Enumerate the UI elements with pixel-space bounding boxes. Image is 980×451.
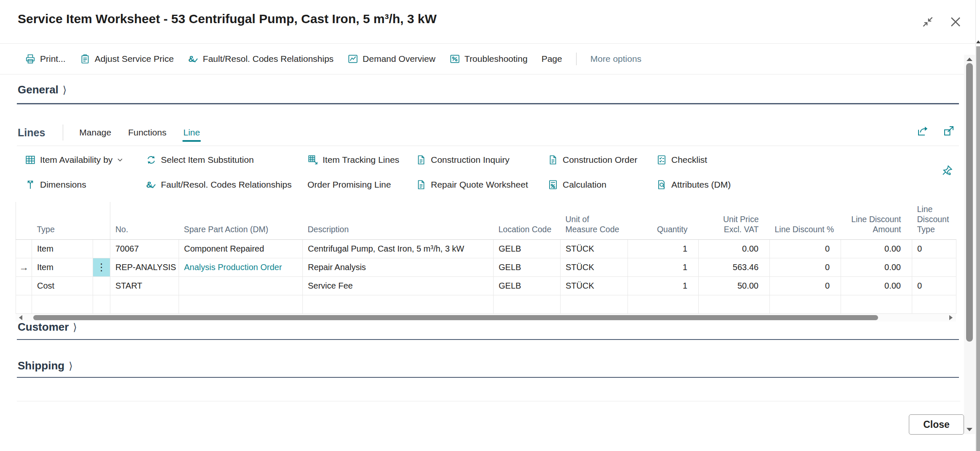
scroll-down-arrow[interactable] xyxy=(967,428,972,431)
vertical-scrollbar-thumb[interactable] xyxy=(966,63,973,342)
cell-line-discount-type[interactable] xyxy=(912,295,956,314)
cell-unit-price[interactable]: 0.00 xyxy=(699,240,770,258)
column-header-type[interactable]: Type xyxy=(32,202,93,240)
column-header-no[interactable]: No. xyxy=(110,202,179,240)
row-marker-cell[interactable] xyxy=(16,277,32,295)
cell-location-code[interactable]: GELB xyxy=(494,277,561,295)
cell-line-discount-amount[interactable]: 0.00 xyxy=(841,240,912,258)
cell-unit-price[interactable]: 50.00 xyxy=(699,277,770,295)
column-header-quantity[interactable]: Quantity xyxy=(628,202,699,240)
item-availability-by-button[interactable]: Item Availability by xyxy=(25,151,123,169)
cell-line-discount-pct[interactable]: 0 xyxy=(770,258,841,277)
cell-unit-price[interactable]: 563.46 xyxy=(699,258,770,277)
cell-type[interactable]: Item xyxy=(32,240,93,258)
cell-no[interactable] xyxy=(110,295,179,314)
cell-line-discount-amount[interactable]: 0.00 xyxy=(841,258,912,277)
cell-quantity[interactable]: 1 xyxy=(628,240,699,258)
horizontal-scrollbar-thumb[interactable] xyxy=(33,315,878,320)
scroll-left-arrow[interactable] xyxy=(19,315,22,320)
cell-unit-of-measure-code[interactable]: STÜCK xyxy=(561,258,628,277)
column-header-line-discount-amount[interactable]: Line Discount Amount xyxy=(841,202,912,240)
repair-quote-worksheet-button[interactable]: Repair Quote Worksheet xyxy=(416,175,528,194)
restore-window-button[interactable] xyxy=(921,15,935,29)
order-promising-line-button[interactable]: Order Promising Line xyxy=(307,175,391,194)
column-header-unit-of-measure-code[interactable]: Unit of Measure Code xyxy=(561,202,628,240)
cell-unit-price[interactable] xyxy=(699,295,770,314)
row-menu-cell[interactable] xyxy=(93,295,110,314)
cell-spare-part-action-link[interactable]: Analysis Production Order xyxy=(179,258,303,277)
cell-no[interactable]: REP-ANALYSIS xyxy=(110,258,179,277)
construction-order-button[interactable]: Construction Order xyxy=(547,151,637,169)
attributes-dm-button[interactable]: Attributes (DM) xyxy=(656,175,731,194)
pin-icon[interactable] xyxy=(941,164,953,177)
cell-spare-part-action[interactable]: Component Repaired xyxy=(179,240,303,258)
cell-line-discount-amount[interactable] xyxy=(841,295,912,314)
fault-resol-codes-relationships-line-button[interactable]: & Fault/Resol. Codes Relationships xyxy=(146,175,292,194)
column-header-line-discount-type[interactable]: Line Discount Type xyxy=(912,202,956,240)
calculation-button[interactable]: Calculation xyxy=(547,175,606,194)
demand-overview-button[interactable]: Demand Overview xyxy=(347,53,435,64)
browser-scrollbar-thumb[interactable] xyxy=(976,46,980,451)
cell-line-discount-type[interactable] xyxy=(912,258,956,277)
adjust-service-price-button[interactable]: Adjust Service Price xyxy=(80,53,174,64)
tab-manage[interactable]: Manage xyxy=(79,127,111,138)
cell-unit-of-measure-code[interactable] xyxy=(561,295,628,314)
share-icon[interactable] xyxy=(916,125,929,137)
close-button[interactable]: Close xyxy=(909,414,964,435)
cell-description[interactable] xyxy=(303,295,494,314)
cell-quantity[interactable]: 1 xyxy=(628,277,699,295)
column-header-unit-price-excl-vat[interactable]: Unit Price Excl. VAT xyxy=(699,202,770,240)
page-menu-button[interactable]: Page xyxy=(542,54,562,64)
cell-location-code[interactable] xyxy=(494,295,561,314)
cell-type[interactable]: Cost xyxy=(32,277,93,295)
row-menu-cell[interactable] xyxy=(93,277,110,295)
cell-line-discount-amount[interactable]: 0.00 xyxy=(841,277,912,295)
print-button[interactable]: Print... xyxy=(25,53,66,64)
cell-description[interactable]: Service Fee xyxy=(303,277,494,295)
tab-functions[interactable]: Functions xyxy=(128,127,166,138)
cell-quantity[interactable] xyxy=(628,295,699,314)
section-customer[interactable]: Customer ⟩ xyxy=(18,321,77,334)
close-window-button[interactable] xyxy=(949,15,962,29)
cell-spare-part-action[interactable] xyxy=(179,295,303,314)
tab-line[interactable]: Line xyxy=(183,127,200,138)
cell-location-code[interactable]: GELB xyxy=(494,258,561,277)
scroll-up-arrow[interactable] xyxy=(967,58,972,61)
column-header-spare-part-action[interactable]: Spare Part Action (DM) xyxy=(179,202,303,240)
row-marker-cell[interactable]: → xyxy=(16,258,32,277)
select-item-substitution-button[interactable]: Select Item Substitution xyxy=(146,151,254,169)
cell-description[interactable]: Repair Analysis xyxy=(303,258,494,277)
column-header-line-discount-pct[interactable]: Line Discount % xyxy=(770,202,841,240)
cell-spare-part-action[interactable] xyxy=(179,277,303,295)
cell-type[interactable] xyxy=(32,295,93,314)
row-marker-cell[interactable] xyxy=(16,240,32,258)
cell-line-discount-pct[interactable] xyxy=(770,295,841,314)
section-general[interactable]: General ⟩ xyxy=(18,83,67,96)
more-options-button[interactable]: More options xyxy=(590,54,641,64)
row-marker-cell[interactable] xyxy=(16,295,32,314)
dimensions-button[interactable]: Dimensions xyxy=(25,175,86,194)
cell-no[interactable]: 70067 xyxy=(110,240,179,258)
section-shipping[interactable]: Shipping ⟩ xyxy=(18,359,73,372)
row-menu-cell[interactable] xyxy=(93,240,110,258)
open-in-new-window-icon[interactable] xyxy=(943,125,955,137)
construction-inquiry-button[interactable]: Construction Inquiry xyxy=(416,151,510,169)
cell-line-discount-pct[interactable]: 0 xyxy=(770,277,841,295)
cell-line-discount-pct[interactable]: 0 xyxy=(770,240,841,258)
scroll-right-arrow[interactable] xyxy=(949,315,953,320)
cell-no[interactable]: START xyxy=(110,277,179,295)
column-header-description[interactable]: Description xyxy=(303,202,494,240)
browser-scroll-up-arrow[interactable] xyxy=(976,40,980,43)
row-menu-cell[interactable]: ⋮ xyxy=(93,258,110,277)
troubleshooting-button[interactable]: Troubleshooting xyxy=(449,53,528,64)
checklist-button[interactable]: Checklist xyxy=(656,151,707,169)
cell-quantity[interactable]: 1 xyxy=(628,258,699,277)
fault-resol-codes-relationships-button[interactable]: & Fault/Resol. Codes Relationships xyxy=(188,53,334,64)
cell-type[interactable]: Item xyxy=(32,258,93,277)
column-header-location-code[interactable]: Location Code xyxy=(494,202,561,240)
cell-line-discount-type[interactable]: 0 xyxy=(912,277,956,295)
cell-unit-of-measure-code[interactable]: STÜCK xyxy=(561,240,628,258)
cell-location-code[interactable]: GELB xyxy=(494,240,561,258)
cell-unit-of-measure-code[interactable]: STÜCK xyxy=(561,277,628,295)
item-tracking-lines-button[interactable]: Item Tracking Lines xyxy=(307,151,399,169)
